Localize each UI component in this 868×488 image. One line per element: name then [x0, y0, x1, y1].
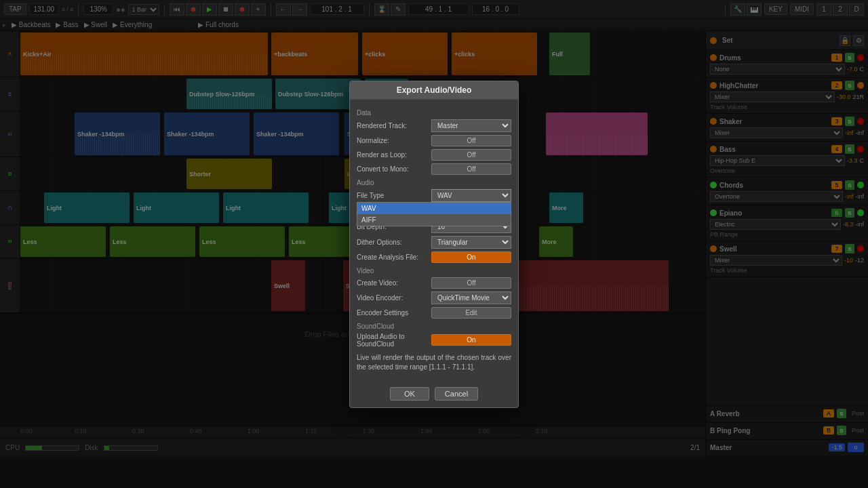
analysis-toggle[interactable]: On: [431, 251, 511, 263]
render-loop-toggle[interactable]: Off: [431, 149, 511, 161]
dropdown-aiff[interactable]: AIFF: [357, 214, 511, 226]
dialog-title: Export Audio/Video: [350, 81, 518, 100]
dither-control: Triangular: [431, 236, 511, 249]
file-type-row: File Type WAV AIFF WAV AIFF: [357, 189, 511, 202]
export-dialog: Export Audio/Video Data Rendered Track: …: [349, 81, 519, 408]
dialog-cancel-button[interactable]: Cancel: [435, 387, 478, 401]
upload-soundcloud-row: Upload Audio to SoundCloud On: [357, 333, 511, 348]
video-encoder-select[interactable]: QuickTime Movie: [431, 291, 511, 304]
convert-mono-control: Off: [431, 163, 511, 175]
video-encoder-control: QuickTime Movie: [431, 291, 511, 304]
analysis-control: On: [431, 251, 511, 263]
encoder-settings-label: Encoder Settings: [357, 309, 431, 317]
create-video-toggle[interactable]: Off: [431, 277, 511, 289]
section-audio: Audio: [357, 179, 511, 186]
upload-soundcloud-label: Upload Audio to SoundCloud: [357, 333, 431, 348]
modal-overlay: Export Audio/Video Data Rendered Track: …: [0, 0, 868, 488]
rendered-track-label: Rendered Track:: [357, 122, 431, 129]
section-soundcloud: SoundCloud: [357, 323, 511, 330]
rendered-track-row: Rendered Track: Master: [357, 119, 511, 132]
analysis-row: Create Analysis File: On: [357, 251, 511, 263]
dialog-footer: OK Cancel: [350, 383, 518, 407]
render-loop-control: Off: [431, 149, 511, 161]
video-encoder-row: Video Encoder: QuickTime Movie: [357, 291, 511, 304]
convert-mono-label: Convert to Mono:: [357, 165, 431, 173]
create-video-row: Create Video: Off: [357, 277, 511, 289]
video-encoder-label: Video Encoder:: [357, 294, 431, 302]
render-loop-row: Render as Loop: Off: [357, 149, 511, 161]
convert-mono-toggle[interactable]: Off: [431, 163, 511, 175]
dither-select[interactable]: Triangular: [431, 236, 511, 249]
file-type-label: File Type: [357, 192, 431, 199]
convert-mono-row: Convert to Mono: Off: [357, 163, 511, 175]
file-type-select[interactable]: WAV AIFF: [431, 189, 511, 202]
render-loop-label: Render as Loop:: [357, 151, 431, 159]
rendered-track-select[interactable]: Master: [431, 119, 511, 132]
create-video-control: Off: [431, 277, 511, 289]
dialog-body: Data Rendered Track: Master Normalize: O…: [350, 100, 518, 383]
normalize-row: Normalize: Off: [357, 135, 511, 146]
section-data: Data: [357, 109, 511, 117]
create-video-label: Create Video:: [357, 279, 431, 287]
normalize-control: Off: [431, 135, 511, 146]
dither-label: Dither Options:: [357, 239, 431, 246]
analysis-label: Create Analysis File:: [357, 253, 431, 261]
encoder-settings-control: Edit: [431, 307, 511, 319]
file-type-control: WAV AIFF WAV AIFF: [431, 189, 511, 202]
section-video: Video: [357, 267, 511, 274]
upload-soundcloud-control: On: [431, 334, 511, 346]
normalize-toggle[interactable]: Off: [431, 135, 511, 146]
rendered-track-control: Master: [431, 119, 511, 132]
dialog-ok-button[interactable]: OK: [390, 387, 429, 401]
encoder-edit-btn[interactable]: Edit: [431, 307, 511, 319]
dialog-info-text: Live will render the output of the chose…: [357, 353, 511, 372]
normalize-label: Normalize:: [357, 137, 431, 144]
encoder-settings-row: Encoder Settings Edit: [357, 307, 511, 319]
upload-soundcloud-toggle[interactable]: On: [431, 334, 511, 346]
file-type-dropdown[interactable]: WAV AIFF: [357, 202, 511, 226]
dropdown-wav[interactable]: WAV: [357, 203, 511, 214]
dither-row: Dither Options: Triangular: [357, 236, 511, 249]
